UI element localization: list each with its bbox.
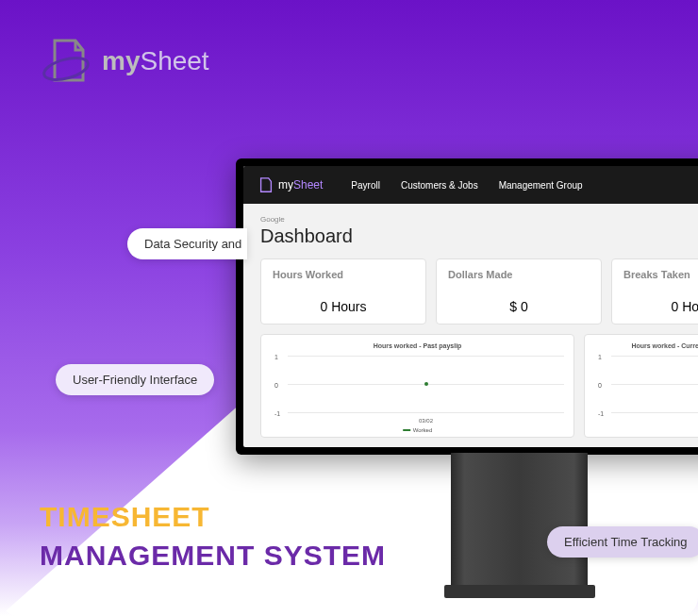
card-label: Breaks Taken <box>623 269 698 280</box>
card-breaks-taken: Breaks Taken 0 Hours <box>611 258 698 325</box>
card-label: Dollars Made <box>448 269 590 280</box>
card-value: $ 0 <box>448 299 590 314</box>
screen-inner: mySheet Payroll Customers & Jobs Managem… <box>243 166 698 447</box>
stand-base <box>444 585 595 598</box>
data-point <box>424 382 428 386</box>
legend-label: Worked <box>413 427 433 433</box>
chart-plot: 1 0 -1 03/02 <box>288 356 564 412</box>
xtick: 03/02 <box>419 418 433 424</box>
logo-text: mySheet <box>102 46 209 76</box>
nav-management-group[interactable]: Management Group <box>499 180 583 191</box>
chart-plot: 1 0 -1 <box>611 356 698 412</box>
chart-past-payslip: Hours worked - Past payslip 1 0 -1 03/02… <box>260 334 574 438</box>
breadcrumb: Google <box>260 215 698 224</box>
chart-title: Hours worked - Past payslip <box>271 342 564 349</box>
ytick: 1 <box>274 354 278 360</box>
card-label: Hours Worked <box>273 269 414 280</box>
logo-my: my <box>102 46 140 75</box>
logo-sheet: Sheet <box>140 46 208 75</box>
dashboard-body: Google Dashboard Hours Worked 0 Hours Do… <box>243 204 698 447</box>
ytick: 0 <box>598 382 602 389</box>
app-logo[interactable]: mySheet <box>258 176 323 193</box>
monitor-screen: mySheet Payroll Customers & Jobs Managem… <box>236 158 698 455</box>
nav-payroll[interactable]: Payroll <box>351 180 380 191</box>
page-title: Dashboard <box>260 225 698 247</box>
app-logo-my: my <box>278 178 293 191</box>
card-value: 0 Hours <box>273 299 414 314</box>
app-topbar: mySheet Payroll Customers & Jobs Managem… <box>243 166 698 204</box>
card-dollars-made: Dollars Made $ 0 <box>436 258 602 325</box>
pill-efficient-tracking: Efficient Time Tracking <box>547 526 698 558</box>
nav-customers-jobs[interactable]: Customers & Jobs <box>401 180 478 191</box>
legend-swatch <box>403 429 410 431</box>
app-logo-sheet: Sheet <box>293 178 323 191</box>
charts-row: Hours worked - Past payslip 1 0 -1 03/02… <box>260 334 698 438</box>
app-logo-icon <box>258 176 274 193</box>
pill-user-friendly: User-Friendly Interface <box>56 364 214 395</box>
logo: mySheet <box>38 33 209 90</box>
stat-cards: Hours Worked 0 Hours Dollars Made $ 0 Br… <box>260 258 698 325</box>
ytick: -1 <box>274 410 280 417</box>
app-logo-text: mySheet <box>278 178 323 191</box>
chart-current-payslip: Hours worked - Current payslip 1 0 -1 Wo… <box>584 334 698 438</box>
pill-data-security: Data Security and <box>127 228 247 259</box>
ytick: -1 <box>598 410 604 417</box>
logo-icon <box>38 33 94 90</box>
chart-title: Hours worked - Current payslip <box>594 342 698 349</box>
ytick: 1 <box>598 354 602 360</box>
stand-neck <box>451 453 588 585</box>
ytick: 0 <box>274 382 278 389</box>
card-value: 0 Hours <box>623 299 698 314</box>
chart-legend: Worked <box>403 427 433 433</box>
card-hours-worked: Hours Worked 0 Hours <box>260 258 426 325</box>
